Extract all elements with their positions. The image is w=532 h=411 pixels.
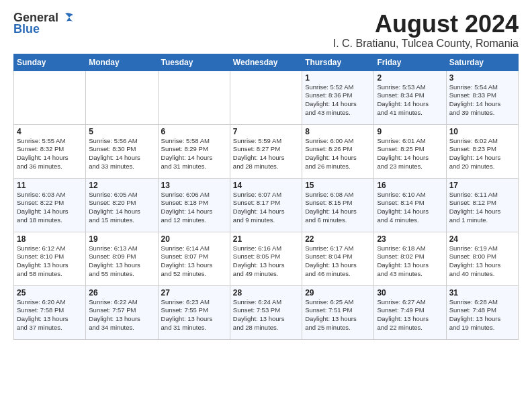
day-number: 10	[449, 127, 515, 136]
day-number: 13	[161, 181, 227, 190]
day-info: Sunrise: 6:24 AMSunset: 7:53 PMDaylight:…	[233, 298, 299, 332]
table-row: 21Sunrise: 6:16 AMSunset: 8:05 PMDayligh…	[230, 232, 302, 285]
day-number: 9	[377, 127, 443, 136]
table-row: 26Sunrise: 6:22 AMSunset: 7:57 PMDayligh…	[86, 285, 158, 339]
day-info: Sunrise: 6:23 AMSunset: 7:55 PMDaylight:…	[161, 298, 227, 332]
day-number: 30	[377, 288, 443, 298]
day-number: 23	[377, 234, 443, 244]
day-info: Sunrise: 6:28 AMSunset: 7:48 PMDaylight:…	[449, 298, 515, 332]
table-row: 10Sunrise: 6:02 AMSunset: 8:23 PMDayligh…	[446, 124, 518, 178]
table-row: 18Sunrise: 6:12 AMSunset: 8:10 PMDayligh…	[14, 232, 86, 285]
table-row: 15Sunrise: 6:08 AMSunset: 8:15 PMDayligh…	[302, 178, 374, 232]
day-number: 6	[161, 127, 227, 136]
header-thursday: Thursday	[302, 54, 374, 71]
calendar-header-row: Sunday Monday Tuesday Wednesday Thursday…	[14, 54, 519, 71]
day-number: 12	[89, 181, 154, 190]
day-number: 14	[233, 181, 299, 190]
day-info: Sunrise: 6:00 AMSunset: 8:26 PMDaylight:…	[305, 137, 371, 171]
day-number: 15	[305, 181, 371, 190]
day-number: 19	[89, 234, 154, 244]
header: General Blue August 2024 I. C. Bratianu,…	[13, 11, 519, 50]
table-row: 2Sunrise: 5:53 AMSunset: 8:34 PMDaylight…	[374, 71, 446, 124]
day-number: 11	[17, 181, 83, 190]
day-info: Sunrise: 6:27 AMSunset: 7:49 PMDaylight:…	[377, 298, 443, 332]
day-info: Sunrise: 6:06 AMSunset: 8:18 PMDaylight:…	[161, 191, 227, 225]
header-wednesday: Wednesday	[230, 54, 302, 71]
header-tuesday: Tuesday	[158, 54, 230, 71]
calendar-table: Sunday Monday Tuesday Wednesday Thursday…	[13, 54, 519, 340]
table-row: 5Sunrise: 5:56 AMSunset: 8:30 PMDaylight…	[86, 124, 158, 178]
table-row: 9Sunrise: 6:01 AMSunset: 8:25 PMDaylight…	[374, 124, 446, 178]
table-row: 30Sunrise: 6:27 AMSunset: 7:49 PMDayligh…	[374, 285, 446, 339]
table-row: 8Sunrise: 6:00 AMSunset: 8:26 PMDaylight…	[302, 124, 374, 178]
day-info: Sunrise: 6:19 AMSunset: 8:00 PMDaylight:…	[449, 244, 515, 279]
table-row: 22Sunrise: 6:17 AMSunset: 8:04 PMDayligh…	[302, 232, 374, 285]
header-monday: Monday	[86, 54, 158, 71]
day-info: Sunrise: 6:22 AMSunset: 7:57 PMDaylight:…	[89, 298, 154, 332]
day-info: Sunrise: 6:11 AMSunset: 8:12 PMDaylight:…	[449, 191, 515, 225]
day-number: 25	[17, 288, 83, 298]
day-number: 4	[17, 127, 83, 136]
table-row: 12Sunrise: 6:05 AMSunset: 8:20 PMDayligh…	[86, 178, 158, 232]
table-row: 7Sunrise: 5:59 AMSunset: 8:27 PMDaylight…	[230, 124, 302, 178]
day-number: 3	[449, 73, 515, 83]
day-number: 22	[305, 234, 371, 244]
table-row: 24Sunrise: 6:19 AMSunset: 8:00 PMDayligh…	[446, 232, 518, 285]
day-number: 29	[305, 288, 371, 298]
header-saturday: Saturday	[446, 54, 518, 71]
header-friday: Friday	[374, 54, 446, 71]
table-row: 6Sunrise: 5:58 AMSunset: 8:29 PMDaylight…	[158, 124, 230, 178]
day-info: Sunrise: 5:59 AMSunset: 8:27 PMDaylight:…	[233, 137, 299, 171]
day-info: Sunrise: 5:54 AMSunset: 8:33 PMDaylight:…	[449, 83, 515, 118]
day-number: 8	[305, 127, 371, 136]
logo-bird-icon	[60, 12, 75, 23]
calendar-week-row: 11Sunrise: 6:03 AMSunset: 8:22 PMDayligh…	[14, 178, 519, 232]
day-number: 24	[449, 234, 515, 244]
day-number: 28	[233, 288, 299, 298]
table-row: 3Sunrise: 5:54 AMSunset: 8:33 PMDaylight…	[446, 71, 518, 124]
table-row: 25Sunrise: 6:20 AMSunset: 7:58 PMDayligh…	[14, 285, 86, 339]
day-info: Sunrise: 5:55 AMSunset: 8:32 PMDaylight:…	[17, 137, 83, 171]
title-section: August 2024 I. C. Bratianu, Tulcea Count…	[333, 11, 519, 50]
header-sunday: Sunday	[14, 54, 86, 71]
month-title: August 2024	[333, 11, 519, 38]
table-row: 29Sunrise: 6:25 AMSunset: 7:51 PMDayligh…	[302, 285, 374, 339]
calendar-week-row: 25Sunrise: 6:20 AMSunset: 7:58 PMDayligh…	[14, 285, 519, 339]
day-info: Sunrise: 6:25 AMSunset: 7:51 PMDaylight:…	[305, 298, 371, 332]
day-info: Sunrise: 6:16 AMSunset: 8:05 PMDaylight:…	[233, 244, 299, 279]
day-number: 1	[305, 73, 371, 83]
calendar-week-row: 4Sunrise: 5:55 AMSunset: 8:32 PMDaylight…	[14, 124, 519, 178]
table-row: 31Sunrise: 6:28 AMSunset: 7:48 PMDayligh…	[446, 285, 518, 339]
day-info: Sunrise: 6:02 AMSunset: 8:23 PMDaylight:…	[449, 137, 515, 171]
table-row: 16Sunrise: 6:10 AMSunset: 8:14 PMDayligh…	[374, 178, 446, 232]
day-number: 26	[89, 288, 154, 298]
location-title: I. C. Bratianu, Tulcea County, Romania	[333, 38, 519, 50]
day-number: 21	[233, 234, 299, 244]
day-info: Sunrise: 6:03 AMSunset: 8:22 PMDaylight:…	[17, 191, 83, 225]
day-info: Sunrise: 6:14 AMSunset: 8:07 PMDaylight:…	[161, 244, 227, 279]
table-row: 17Sunrise: 6:11 AMSunset: 8:12 PMDayligh…	[446, 178, 518, 232]
day-info: Sunrise: 6:10 AMSunset: 8:14 PMDaylight:…	[377, 191, 443, 225]
day-info: Sunrise: 6:01 AMSunset: 8:25 PMDaylight:…	[377, 137, 443, 171]
day-info: Sunrise: 6:12 AMSunset: 8:10 PMDaylight:…	[17, 244, 83, 279]
day-info: Sunrise: 5:52 AMSunset: 8:36 PMDaylight:…	[305, 83, 371, 118]
table-row: 20Sunrise: 6:14 AMSunset: 8:07 PMDayligh…	[158, 232, 230, 285]
calendar-week-row: 18Sunrise: 6:12 AMSunset: 8:10 PMDayligh…	[14, 232, 519, 285]
day-number: 7	[233, 127, 299, 136]
logo-blue: Blue	[13, 22, 40, 36]
calendar-week-row: 1Sunrise: 5:52 AMSunset: 8:36 PMDaylight…	[14, 71, 519, 124]
day-info: Sunrise: 6:07 AMSunset: 8:17 PMDaylight:…	[233, 191, 299, 225]
table-row	[158, 71, 230, 124]
day-info: Sunrise: 6:17 AMSunset: 8:04 PMDaylight:…	[305, 244, 371, 279]
day-number: 31	[449, 288, 515, 298]
day-number: 17	[449, 181, 515, 190]
day-number: 16	[377, 181, 443, 190]
table-row: 19Sunrise: 6:13 AMSunset: 8:09 PMDayligh…	[86, 232, 158, 285]
day-info: Sunrise: 5:58 AMSunset: 8:29 PMDaylight:…	[161, 137, 227, 171]
day-number: 18	[17, 234, 83, 244]
table-row: 13Sunrise: 6:06 AMSunset: 8:18 PMDayligh…	[158, 178, 230, 232]
day-number: 27	[161, 288, 227, 298]
day-number: 20	[161, 234, 227, 244]
table-row: 28Sunrise: 6:24 AMSunset: 7:53 PMDayligh…	[230, 285, 302, 339]
day-info: Sunrise: 6:05 AMSunset: 8:20 PMDaylight:…	[89, 191, 154, 225]
